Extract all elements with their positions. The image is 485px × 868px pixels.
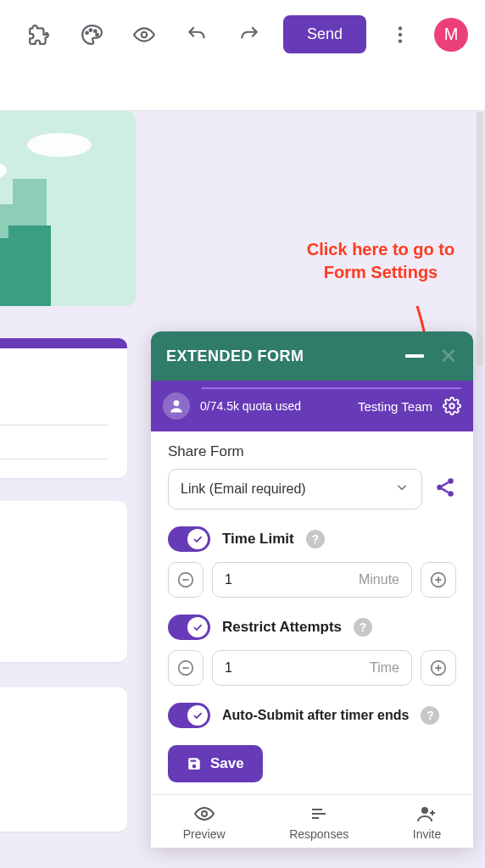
restrict-attempts-toggle[interactable] [168, 615, 210, 640]
help-icon[interactable]: ? [421, 706, 439, 725]
chevron-down-icon [394, 480, 410, 498]
panel-title: EXTENDED FORM [166, 348, 304, 365]
preview-eye-icon[interactable] [125, 16, 163, 53]
panel-account-band: 0/74.5k quota used Testing Team [151, 381, 473, 431]
form-question-card[interactable] [0, 501, 127, 662]
svg-point-1 [90, 29, 92, 31]
footer-invite-label: Invite [413, 827, 441, 841]
form-question-card[interactable] [0, 687, 127, 832]
attempts-input[interactable]: 1 Time [212, 650, 412, 686]
minimize-button[interactable] [405, 354, 424, 358]
attempts-unit: Time [370, 660, 399, 676]
time-limit-increment[interactable] [421, 562, 456, 598]
time-limit-decrement[interactable] [168, 562, 203, 598]
svg-point-9 [27, 133, 92, 157]
share-mode-select[interactable]: Link (Email required) [168, 469, 422, 509]
svg-point-29 [174, 400, 180, 406]
account-avatar[interactable]: M [434, 18, 468, 52]
quota-text: 0/74.5k quota used [200, 399, 348, 413]
svg-point-4 [142, 31, 148, 37]
form-canvas: Click here to go to Form Settings EXTEND… [0, 110, 485, 868]
time-limit-value: 1 [225, 572, 232, 587]
header-image [0, 111, 136, 306]
auto-submit-toggle[interactable] [168, 703, 210, 728]
eye-icon [194, 804, 215, 824]
svg-point-5 [399, 26, 402, 30]
footer-invite[interactable]: Invite [413, 804, 441, 841]
share-mode-value: Link (Email required) [181, 481, 306, 497]
save-button[interactable]: Save [168, 745, 263, 782]
attempts-decrement[interactable] [168, 650, 203, 686]
share-form-label: Share Form [168, 443, 456, 460]
time-limit-section: Time Limit ? 1 Minute [168, 526, 456, 598]
scrollbar[interactable] [477, 112, 483, 366]
share-section: Share Form Link (Email required) [168, 443, 456, 509]
footer-preview-label: Preview [183, 827, 226, 841]
svg-point-31 [448, 478, 454, 484]
list-icon [309, 804, 329, 824]
svg-point-7 [399, 39, 402, 42]
attempts-increment[interactable] [421, 650, 456, 686]
undo-icon[interactable] [178, 16, 215, 53]
auto-submit-section: Auto-Submit after timer ends ? [168, 703, 456, 728]
svg-point-6 [399, 32, 402, 36]
svg-point-32 [437, 485, 443, 491]
save-button-label: Save [210, 755, 244, 772]
svg-point-33 [448, 491, 454, 497]
form-title-card[interactable] [0, 338, 127, 478]
footer-preview[interactable]: Preview [183, 804, 226, 841]
help-icon[interactable]: ? [306, 530, 325, 548]
save-icon [187, 756, 202, 771]
top-toolbar: Send M [0, 0, 485, 69]
share-icon[interactable] [434, 476, 456, 502]
user-avatar-icon[interactable] [163, 392, 190, 420]
settings-gear-icon[interactable] [443, 397, 461, 415]
svg-point-30 [449, 403, 454, 409]
panel-header: EXTENDED FORM ✕ [151, 331, 473, 381]
time-limit-label: Time Limit [222, 531, 294, 548]
svg-point-0 [86, 31, 88, 34]
auto-submit-label: Auto-Submit after timer ends [222, 708, 409, 723]
svg-rect-22 [8, 225, 51, 306]
extended-form-panel: EXTENDED FORM ✕ 0/74.5k quota used Testi… [151, 331, 473, 848]
restrict-attempts-label: Restrict Attempts [222, 619, 342, 636]
time-limit-toggle[interactable] [168, 526, 210, 552]
time-limit-unit: Minute [359, 572, 399, 587]
addons-icon[interactable] [20, 16, 58, 53]
close-button[interactable]: ✕ [439, 345, 458, 367]
restrict-attempts-section: Restrict Attempts ? 1 Time [168, 615, 456, 686]
invite-icon [416, 804, 437, 824]
annotation-text: Click here to go to Form Settings [300, 238, 461, 284]
svg-point-38 [202, 811, 207, 816]
footer-responses-label: Responses [289, 827, 348, 841]
help-icon[interactable]: ? [354, 618, 372, 637]
time-limit-input[interactable]: 1 Minute [212, 562, 412, 598]
svg-point-3 [96, 33, 98, 36]
more-icon[interactable] [382, 16, 419, 53]
panel-body: Share Form Link (Email required) [151, 426, 473, 794]
attempts-value: 1 [225, 660, 232, 676]
send-button[interactable]: Send [283, 15, 366, 53]
team-name[interactable]: Testing Team [358, 399, 432, 414]
panel-footer: Preview Responses Invite [151, 794, 473, 848]
footer-responses[interactable]: Responses [289, 804, 348, 841]
palette-icon[interactable] [73, 16, 110, 53]
svg-point-39 [421, 807, 428, 814]
redo-icon[interactable] [231, 16, 268, 53]
svg-point-2 [94, 30, 97, 32]
